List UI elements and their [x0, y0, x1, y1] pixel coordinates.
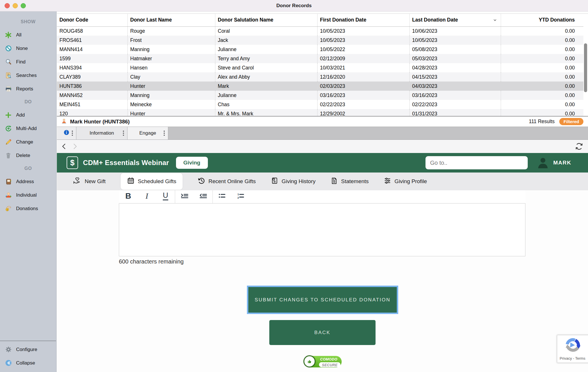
sidebar-item-reports[interactable]: Reports: [0, 82, 56, 96]
main-content: Donor Code Donor Last Name Donor Salutat…: [57, 11, 588, 372]
sidebar-item-add[interactable]: Add: [0, 108, 56, 122]
nav-item-giving-profile[interactable]: Giving Profile: [384, 177, 427, 186]
person-icon: [5, 191, 12, 199]
underline-button[interactable]: U: [156, 190, 175, 202]
column-header-ytd[interactable]: YTD Donations: [501, 14, 583, 26]
giving-header: $ CDM+ Essentials Webinar Giving MARK: [57, 153, 588, 173]
back-arrow-icon[interactable]: [60, 142, 68, 150]
table-row[interactable]: HUNT386HunterMark02/03/202304/03/20230.0…: [57, 82, 583, 91]
table-cell: 0.00: [501, 100, 583, 109]
forward-arrow-icon[interactable]: [71, 142, 79, 150]
numbered-list-icon[interactable]: 12: [231, 190, 250, 202]
sidebar-item-configure[interactable]: Configure: [0, 343, 56, 356]
message-textarea[interactable]: [119, 204, 525, 256]
user-name[interactable]: MARK: [553, 160, 571, 166]
filtered-badge[interactable]: Filtered: [559, 118, 583, 125]
sidebar-item-label: Change: [16, 139, 33, 145]
column-header-last-donation[interactable]: Last Donation Date: [409, 14, 501, 26]
refresh-icon[interactable]: [575, 142, 583, 151]
sidebar-item-all[interactable]: All: [0, 28, 56, 42]
table-row[interactable]: FROS461FrostJack10/05/202310/05/20230.00: [57, 36, 583, 45]
table-cell: 0.00: [501, 36, 583, 45]
column-header-donor-code[interactable]: Donor Code: [57, 14, 127, 26]
sidebar-item-change[interactable]: Change: [0, 135, 56, 149]
table-row[interactable]: ROUG458RougeCoral10/05/202310/06/20230.0…: [57, 26, 583, 36]
sidebar-item-find[interactable]: Find: [0, 55, 56, 69]
table-row[interactable]: MANN414ManningJulianne10/05/202205/08/20…: [57, 45, 583, 54]
tab-options-dots-icon[interactable]: [123, 133, 124, 134]
table-cell: Alex and Abby: [215, 72, 317, 82]
italic-button[interactable]: I: [138, 190, 156, 202]
column-header-salutation[interactable]: Donor Salutation Name: [215, 14, 317, 26]
sidebar-item-multi-add[interactable]: Multi-Add: [0, 122, 56, 135]
table-row[interactable]: CLAY389ClayAlex and Abby12/16/202004/15/…: [57, 72, 583, 82]
nav-item-statements[interactable]: $ Statements: [330, 177, 369, 186]
user-avatar-icon[interactable]: [536, 156, 550, 169]
table-row[interactable]: 120HunterMr. & Mrs. Mark12/29/200201/31/…: [57, 109, 583, 117]
plus-icon: [5, 111, 12, 119]
comodo-label: COMODO: [320, 357, 337, 361]
sidebar-item-searches[interactable]: Searches: [0, 69, 56, 82]
table-cell: 02/22/2023: [317, 100, 409, 109]
table-cell: 1599: [57, 54, 127, 63]
sidebar-item-label: Reports: [16, 86, 33, 92]
table-cell: 12/29/2002: [317, 109, 409, 117]
nav-item-scheduled-gifts[interactable]: Scheduled Gifts: [121, 173, 183, 190]
tab-information[interactable]: Information: [76, 127, 127, 140]
table-cell: 10/06/2023: [409, 26, 501, 36]
table-row[interactable]: MANN452ManningJuilanne03/16/202303/16/20…: [57, 91, 583, 100]
nav-item-recent-online-gifts[interactable]: Recent Online Gifts: [198, 177, 256, 186]
table-row[interactable]: MEIN451MeineckeChas02/22/202302/22/20230…: [57, 100, 583, 109]
table-cell: 02/12/2009: [317, 54, 409, 63]
column-header-last-name[interactable]: Donor Last Name: [127, 14, 215, 26]
privacy-terms-link[interactable]: Privacy - Terms: [557, 356, 588, 361]
nav-item-giving-history[interactable]: Giving History: [271, 177, 316, 186]
submit-changes-button[interactable]: SUBMIT CHANGES TO SCHEDULED DONATION: [247, 286, 398, 314]
sidebar-item-donations[interactable]: $ Donations: [0, 202, 56, 215]
sidebar-item-address[interactable]: Address: [0, 175, 56, 188]
table-cell: MEIN451: [57, 100, 127, 109]
statement-document-icon: $: [330, 177, 338, 186]
app-window: Donor Records SHOW All None Find Searche…: [0, 0, 588, 372]
sidebar-item-collapse[interactable]: Collapse: [0, 356, 56, 370]
table-cell: 10/05/2023: [409, 36, 501, 45]
recaptcha-badge: Privacy - Terms: [557, 335, 588, 363]
tab-info[interactable]: [57, 127, 76, 140]
sidebar-item-individual[interactable]: Individual: [0, 188, 56, 202]
bold-button[interactable]: B: [119, 190, 138, 202]
multi-add-icon: [5, 125, 12, 132]
sidebar-item-label: Individual: [16, 192, 37, 198]
sidebar-item-none[interactable]: None: [0, 42, 56, 55]
back-button[interactable]: BACK: [269, 320, 376, 345]
column-header-first-donation[interactable]: First Donation Date: [317, 14, 409, 26]
chars-remaining-label: 600 characters remaining: [119, 258, 184, 265]
sort-chevron-down-icon: [493, 18, 497, 24]
search-icon: [5, 58, 12, 66]
nav-item-new-gift[interactable]: New Gift: [73, 177, 106, 186]
tab-options-dots-icon[interactable]: [164, 133, 165, 134]
calendar-icon: [127, 177, 135, 186]
outdent-icon[interactable]: [194, 190, 212, 202]
table-cell: 02/22/2023: [409, 100, 501, 109]
gear-icon: [5, 346, 12, 353]
sidebar-item-delete[interactable]: Delete: [0, 149, 56, 162]
table-cell: 03/16/2023: [317, 91, 409, 100]
sidebar-item-label: None: [16, 46, 28, 51]
tab-options-dots-icon[interactable]: [72, 133, 73, 134]
organization-name: CDM+ Essentials Webinar: [83, 159, 169, 167]
table-scrollbar[interactable]: [584, 43, 587, 92]
sidebar-item-label: Collapse: [16, 360, 35, 366]
donor-table: Donor Code Donor Last Name Donor Salutat…: [57, 13, 588, 117]
giving-app-button[interactable]: Giving: [176, 157, 208, 169]
titlebar: Donor Records: [0, 0, 588, 11]
giving-subnav: New Gift Scheduled Gifts Recent Online G…: [57, 173, 588, 190]
indent-icon[interactable]: [175, 190, 194, 202]
table-row[interactable]: 1599HatmakerTerry and Amy02/12/200905/03…: [57, 54, 583, 63]
goto-search-input[interactable]: [425, 156, 528, 169]
table-row[interactable]: HANS394HansenSteve and Carol10/03/202104…: [57, 63, 583, 72]
sidebar-footer: Configure Collapse: [0, 341, 56, 370]
table-cell: Juilanne: [215, 91, 317, 100]
tab-engage[interactable]: Engage: [127, 127, 168, 140]
bullet-list-icon[interactable]: [213, 190, 231, 202]
table-cell: 10/05/2022: [317, 45, 409, 54]
